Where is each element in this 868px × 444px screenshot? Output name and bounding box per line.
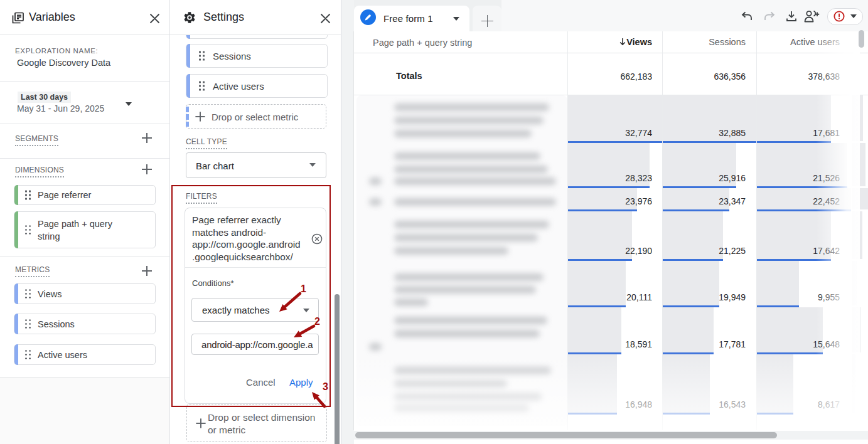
svg-text:2: 2	[314, 316, 320, 327]
svg-text:3: 3	[323, 381, 328, 392]
svg-text:1: 1	[301, 283, 306, 294]
